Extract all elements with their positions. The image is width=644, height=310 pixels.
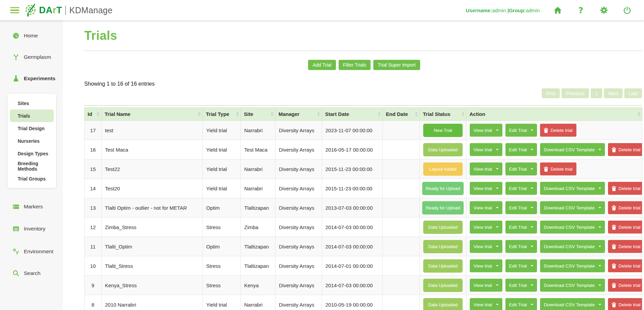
chevron-down-icon [531,246,533,247]
delete-trial-button[interactable]: Delete trial [540,162,576,175]
trash-icon [612,263,616,269]
view-trial-button[interactable]: View trial [470,201,502,214]
delete-trial-button[interactable]: Delete trial [540,124,576,137]
column-header-id[interactable]: Id [85,108,102,121]
chevron-down-icon [598,226,601,228]
help-icon[interactable]: ? [577,6,585,14]
view-trial-button[interactable]: View trial [470,240,502,253]
delete-trial-button[interactable]: Delete trial [608,143,642,156]
submenu-item-nurseries[interactable]: Nurseries [7,135,56,147]
download-trial-button[interactable]: Download CSV Template [540,259,605,272]
sidebar-item-germplasm[interactable]: Germplasm [0,52,63,62]
submenu-item-sites[interactable]: Sites [7,97,56,109]
brand-link[interactable]: DArT KDManage [24,2,113,19]
status-badge: Layout Added [423,162,463,176]
chevron-down-icon [598,188,601,189]
cell-site: Narrabri [241,179,275,198]
page-title: Trials [84,29,644,43]
power-icon[interactable] [623,6,631,14]
download-trial-button[interactable]: Download CSV Template [540,201,605,214]
submenu-item-trial-groups[interactable]: Trial Groups [7,172,56,185]
chevron-down-icon [598,304,601,305]
view-trial-button[interactable]: View trial [470,124,502,137]
pagination-first-button[interactable]: First [542,88,560,98]
trash-icon [612,147,616,152]
sidebar-item-environment[interactable]: Environment [0,246,63,257]
edit-trial-button[interactable]: Edit Trial [505,162,537,175]
sort-icon [97,112,100,116]
edit-trial-button[interactable]: Edit Trial [505,298,537,310]
column-header-end-date[interactable]: End Date [383,108,420,121]
cell-trial-status: Data Uploaded [420,140,466,159]
trials-table: IdTrial NameTrial TypeSiteManagerStart D… [84,107,642,310]
sidebar-item-markers[interactable]: Markers [0,202,63,212]
download-trial-button[interactable]: Download CSV Template [540,143,605,156]
menu-toggle-icon[interactable] [10,7,19,14]
download-trial-button[interactable]: Download CSV Template [540,221,605,234]
edit-trial-button[interactable]: Edit Trial [505,201,537,214]
column-header-action[interactable]: Action [466,108,642,121]
delete-trial-button[interactable]: Delete trial [608,201,642,214]
sidebar-item-home[interactable]: Home [0,31,63,41]
sidebar-item-experiments[interactable]: Experiments [0,73,63,84]
dart-logo-icon [24,2,38,19]
edit-trial-button[interactable]: Edit Trial [505,279,537,292]
column-header-trial-name[interactable]: Trial Name [102,108,203,121]
cell-action: View trialEdit TrialDownload CSV Templat… [466,198,642,218]
filter-trials-button[interactable]: Filter Trials [339,60,371,70]
column-header-trial-type[interactable]: Trial Type [203,108,241,121]
view-trial-button[interactable]: View trial [470,279,502,292]
edit-trial-button[interactable]: Edit Trial [505,182,537,195]
pagination-last-button[interactable]: Last [624,88,642,98]
edit-trial-button[interactable]: Edit Trial [505,240,537,253]
delete-trial-button[interactable]: Delete trial [608,221,642,234]
add-trial-button[interactable]: Add Trial [308,60,336,70]
chevron-down-icon [531,226,533,228]
edit-trial-button[interactable]: Edit Trial [505,124,537,137]
chevron-down-icon [496,226,499,228]
view-trial-button[interactable]: View trial [470,182,502,195]
view-trial-button[interactable]: View trial [470,221,502,234]
cell-id: 16 [85,140,102,159]
sidebar-item-search[interactable]: Search [0,268,63,278]
submenu-item-design-types[interactable]: Design Types [7,147,56,160]
trial-super-import-button[interactable]: Trial Super Import [373,60,420,70]
cell-action: View trialEdit TrialDelete trial [466,159,642,179]
submenu-item-breeding-methods[interactable]: Breeding Methods [7,160,56,172]
download-trial-button[interactable]: Download CSV Template [540,298,605,310]
edit-trial-button[interactable]: Edit Trial [505,143,537,156]
pagination-previous-button[interactable]: Previous [561,88,589,98]
delete-trial-button[interactable]: Delete trial [608,279,642,292]
chevron-down-icon [531,168,533,170]
view-trial-button[interactable]: View trial [470,162,502,175]
column-header-start-date[interactable]: Start Date [322,108,383,121]
edit-trial-button[interactable]: Edit Trial [505,221,537,234]
cell-trial-status: Ready for Upload [420,198,466,218]
column-header-manager[interactable]: Manager [275,108,322,121]
download-trial-button[interactable]: Download CSV Template [540,279,605,292]
view-trial-button[interactable]: View trial [470,259,502,272]
download-trial-button[interactable]: Download CSV Template [540,182,605,195]
edit-trial-button[interactable]: Edit Trial [505,259,537,272]
delete-trial-button[interactable]: Delete trial [608,259,642,272]
delete-trial-button[interactable]: Delete trial [608,240,642,253]
download-trial-button[interactable]: Download CSV Template [540,240,605,253]
cell-site: Test Maca [241,140,275,159]
home-icon[interactable] [554,6,562,14]
view-trial-button[interactable]: View trial [470,298,502,310]
chevron-down-icon [496,265,499,266]
submenu-item-trial-design[interactable]: Trial Design [7,122,56,135]
cell-trial-name: Test22 [102,159,203,179]
table-row: 12Zimba_StressStressZimbaDiversity Array… [85,218,642,237]
delete-trial-button[interactable]: Delete trial [608,182,642,195]
column-header-trial-status[interactable]: Trial Status [420,108,466,121]
view-trial-button[interactable]: View trial [470,143,502,156]
cell-trial-status: Data Uploaded [420,237,466,256]
settings-icon[interactable] [600,6,608,14]
column-header-site[interactable]: Site [241,108,275,121]
submenu-item-trials[interactable]: Trials [10,109,54,122]
delete-trial-button[interactable]: Delete trial [608,298,642,310]
pagination-page-button[interactable]: 1 [591,88,602,98]
pagination-next-button[interactable]: Next [604,88,623,98]
sidebar-item-inventory[interactable]: Inventory [0,224,63,234]
